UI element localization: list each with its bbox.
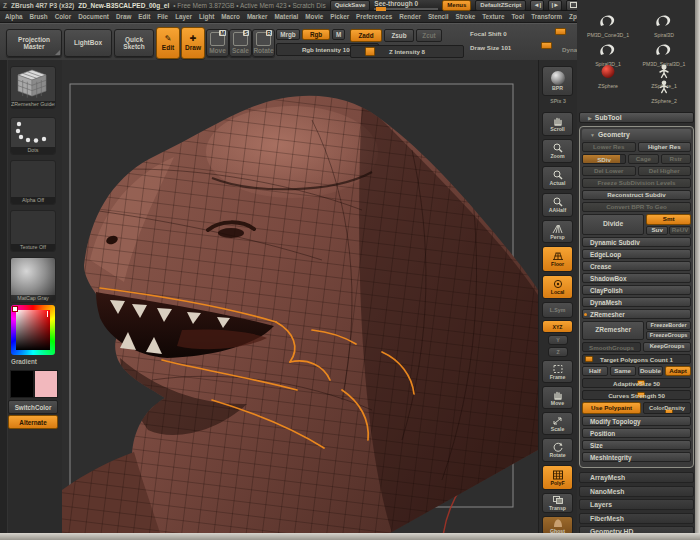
del-lower-button[interactable]: Del Lower	[582, 166, 636, 176]
see-through-slider[interactable]: See-through 0	[374, 0, 438, 10]
rstr-button[interactable]: Rstr	[661, 154, 691, 164]
menu-stroke[interactable]: Stroke	[456, 13, 476, 20]
alternate-button[interactable]: Alternate	[8, 415, 58, 429]
menu-tool[interactable]: Tool	[511, 13, 524, 20]
mrgb-toggle[interactable]: Mrgb	[276, 29, 300, 40]
smt-toggle[interactable]: Smt	[646, 214, 691, 225]
default-zscript-button[interactable]: DefaultZScript	[475, 0, 526, 11]
y-axis-button[interactable]: Y	[548, 335, 568, 345]
left-tray-grip[interactable]	[0, 60, 8, 533]
ghost-button[interactable]: Ghost	[542, 516, 573, 533]
reconstruct-subdiv-button[interactable]: Reconstruct Subdiv	[582, 190, 691, 200]
draw-mode-button[interactable]: ✚Draw	[181, 27, 205, 59]
actual-button[interactable]: Actual	[542, 166, 573, 190]
z-axis-button[interactable]: Z	[548, 347, 568, 357]
tool-item[interactable]: PM3D_Cone3D_1	[582, 13, 634, 38]
divide-button[interactable]: Divide	[582, 214, 644, 235]
use-polypaint-toggle[interactable]: Use Polypaint	[582, 402, 641, 414]
suv-toggle[interactable]: Suv	[646, 226, 668, 235]
color-density-slider[interactable]: ColorDensity	[643, 402, 691, 414]
quick-sketch-button[interactable]: Quick Sketch	[114, 29, 154, 57]
secondary-color-swatch[interactable]	[34, 370, 58, 398]
menu-edit[interactable]: Edit	[138, 13, 150, 20]
arraymesh-section-header[interactable]: ArrayMesh	[579, 472, 694, 483]
menu-document[interactable]: Document	[78, 13, 109, 20]
cage-button[interactable]: Cage	[628, 154, 658, 164]
focal-shift-slider[interactable]: Focal Shift 0	[470, 30, 558, 37]
switch-color-button[interactable]: SwitchColor	[8, 400, 58, 414]
persp-button[interactable]: Persp	[542, 220, 573, 243]
edit-mode-button[interactable]: ✎Edit	[156, 27, 180, 59]
double-button[interactable]: Double	[638, 366, 664, 376]
position-subsection[interactable]: Position	[582, 428, 691, 438]
menu-macro[interactable]: Macro	[221, 13, 240, 20]
adapt-toggle[interactable]: Adapt	[665, 366, 691, 376]
higher-res-button[interactable]: Higher Res	[638, 142, 692, 152]
current-brush-thumbnail[interactable]: ZRemesher Guides	[10, 66, 56, 109]
freeze-groups-toggle[interactable]: FreezeGroups	[646, 331, 691, 340]
scale-nav-button[interactable]: Scale	[542, 412, 573, 435]
curves-strength-slider[interactable]: Curves Strength 50	[582, 390, 691, 400]
bpr-render-button[interactable]: BPR	[542, 66, 573, 96]
menu-stencil[interactable]: Stencil	[428, 13, 449, 20]
lightbox-button[interactable]: LightBox	[64, 29, 112, 57]
subtool-section-header[interactable]: ▶ SubTool	[579, 112, 694, 123]
move-nav-button[interactable]: Move	[542, 386, 573, 409]
menu-transform[interactable]: Transform	[531, 13, 562, 20]
half-button[interactable]: Half	[582, 366, 608, 376]
adaptive-size-slider[interactable]: AdaptiveSize 50	[582, 378, 691, 388]
convert-bpr-button[interactable]: Convert BPR To Geo	[582, 202, 691, 212]
menu-alpha[interactable]: Alpha	[5, 13, 23, 20]
tool-item[interactable]: ZSphere	[582, 64, 634, 89]
target-polygons-slider[interactable]: Target Polygons Count 1	[582, 354, 691, 364]
polyframe-button[interactable]: PolyF	[542, 465, 573, 490]
draw-size-slider[interactable]: Draw Size 101	[470, 44, 558, 51]
dynamesh-subsection[interactable]: DynaMesh	[582, 297, 691, 307]
menu-draw[interactable]: Draw	[116, 13, 131, 20]
color-picker[interactable]	[11, 305, 55, 355]
same-button[interactable]: Same	[610, 366, 636, 376]
rotate-mode-button[interactable]: RRotate	[252, 29, 275, 57]
menu-brush[interactable]: Brush	[30, 13, 48, 20]
zremesher-button[interactable]: ZRemesher	[582, 321, 644, 340]
material-thumbnail[interactable]: MatCap Gray	[10, 257, 56, 303]
lsym-button[interactable]: L.Sym	[542, 302, 573, 318]
claypolish-subsection[interactable]: ClayPolish	[582, 285, 691, 295]
freeze-subdivision-button[interactable]: Freeze SubDivision Levels	[582, 178, 691, 188]
move-mode-button[interactable]: MMove	[206, 29, 229, 57]
menu-render[interactable]: Render	[399, 13, 421, 20]
menus-toggle-button[interactable]: Menus	[442, 0, 471, 11]
z-intensity-slider[interactable]: Z Intensity 8	[350, 45, 464, 58]
menu-light[interactable]: Light	[199, 13, 214, 20]
edgeloop-subsection[interactable]: EdgeLoop	[582, 249, 691, 259]
rgb-toggle[interactable]: Rgb	[302, 29, 330, 40]
size-subsection[interactable]: Size	[582, 440, 691, 450]
alpha-thumbnail[interactable]: Alpha Off	[10, 160, 56, 205]
zoom-button[interactable]: Zoom	[542, 139, 573, 163]
scroll-button[interactable]: Scroll	[542, 112, 573, 136]
menu-layer[interactable]: Layer	[175, 13, 192, 20]
menu-file[interactable]: File	[157, 13, 168, 20]
gradient-label[interactable]: Gradient	[0, 358, 62, 365]
m-toggle[interactable]: M	[332, 29, 345, 40]
modify-topology-subsection[interactable]: Modify Topology	[582, 416, 691, 426]
undo-arrow-icon[interactable]: ◄|	[530, 0, 544, 11]
menu-material[interactable]: Material	[275, 13, 299, 20]
freeze-border-toggle[interactable]: FreezeBorder	[646, 321, 691, 330]
mesh-integrity-subsection[interactable]: MeshIntegrity	[582, 452, 691, 462]
floor-grid-button[interactable]: Floor	[542, 246, 573, 272]
menu-texture[interactable]: Texture	[482, 13, 504, 20]
zadd-toggle[interactable]: Zadd	[350, 29, 382, 42]
reuv-toggle[interactable]: ReUV	[669, 226, 691, 235]
projection-master-button[interactable]: Projection Master	[6, 29, 62, 57]
shadowbox-subsection[interactable]: ShadowBox	[582, 273, 691, 283]
local-pivot-button[interactable]: Local	[542, 275, 573, 299]
quicksave-button[interactable]: QuickSave	[330, 0, 371, 11]
menu-preferences[interactable]: Preferences	[356, 13, 392, 20]
zremesher-subsection[interactable]: ZRemesher	[582, 309, 691, 319]
transparency-button[interactable]: Transp	[542, 493, 573, 513]
scale-mode-button[interactable]: SScale	[229, 29, 252, 57]
texture-thumbnail[interactable]: Texture Off	[10, 210, 56, 252]
menu-color[interactable]: Color	[55, 13, 71, 20]
del-higher-button[interactable]: Del Higher	[638, 166, 692, 176]
